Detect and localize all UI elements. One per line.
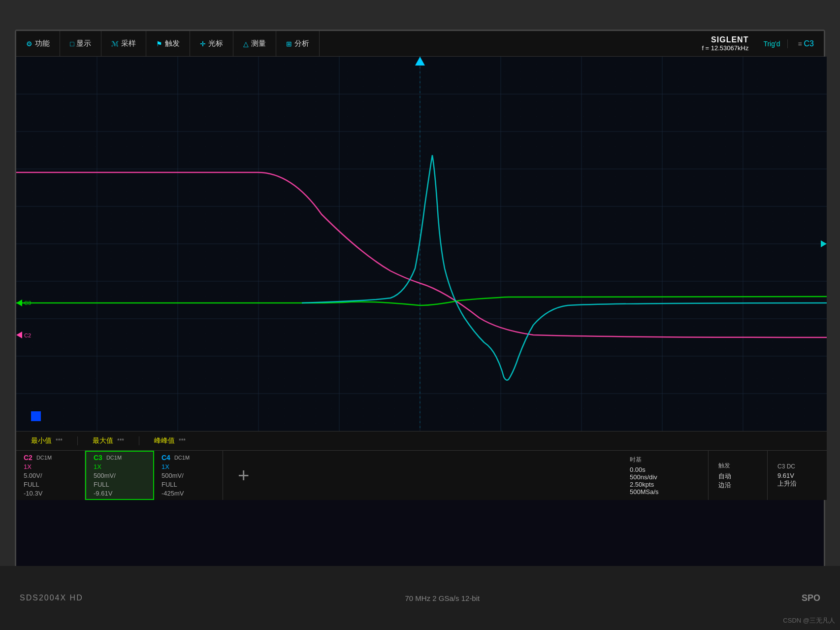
c3-offset: -9.61V [94,490,146,497]
trigger-type: 边沿 [718,481,757,490]
c3-coupling: DC1M [106,455,122,461]
menu-label-function: 功能 [35,39,50,48]
menu-label-analyze: 分析 [294,39,309,48]
channel-indicator-square [31,411,41,421]
channel-c4-block[interactable]: C4 DC1M 1X 500mV/ FULL -425mV [154,451,223,500]
min-dots: *** [56,437,63,444]
channel-c2-block[interactable]: C2 DC1M 1X 5.00V/ FULL -10.3V [16,451,85,500]
max-dots: *** [117,437,124,444]
oscilloscope-display: C3 C2 [16,57,827,431]
trigger-mode: 自动 [718,472,757,481]
c3-name: C3 [94,454,102,462]
c4-probe: 1X [162,463,215,470]
sample-icon: ℳ [111,40,119,48]
channel-c3-block[interactable]: C3 DC1M 1X 500mV/ FULL -9.61V [85,451,154,500]
trigger-level-block: C3 DC 9.61V 上升沿 [768,451,827,500]
channel-bar: C2 DC1M 1X 5.00V/ FULL -10.3V C3 DC1M 1X… [16,451,827,500]
c2-mode: FULL [24,481,77,488]
menu-label-display: 显示 [76,39,91,48]
trigger-icon: ⚑ [156,40,162,48]
trig-status: Trig'd [756,40,787,48]
max-value-section: 最大值 *** [78,436,139,445]
c4-scale: 500mV/ [162,472,215,479]
c2-coupling: DC1M [36,455,52,461]
max-label: 最大值 [93,436,113,445]
timebase-block: 时基 0.00s 500ns/div 2.50kpts 500MSa/s [620,451,709,500]
c4-mode: FULL [162,481,215,488]
menu-item-function[interactable]: ⚙ 功能 [16,31,60,56]
menu-label-measure: 测量 [251,39,266,48]
device-specs: 70 MHz 2 GSa/s 12-bit [405,594,480,602]
oscilloscope-screen: ⚙ 功能 □ 显示 ℳ 采样 ⚑ 触发 ✛ 光标 △ 测量 [15,30,825,571]
measure-icon: △ [243,40,249,48]
svg-text:C2: C2 [24,332,31,338]
brand-section: SIGLENT f = 12.53067kHz [694,35,756,52]
cursor-icon: ✛ [200,40,206,48]
menu-item-trigger[interactable]: ⚑ 触发 [146,31,190,56]
channel-name: C3 [804,39,814,48]
frequency-display: f = 12.53067kHz [702,44,748,52]
function-icon: ⚙ [26,40,32,48]
trigger-edge: 上升沿 [777,479,817,488]
sample-rate: 500MSa/s [630,488,698,496]
peak-dots: *** [179,437,186,444]
min-value-section: 最小值 *** [16,436,78,445]
menu-item-sample[interactable]: ℳ 采样 [101,31,146,56]
c3-probe: 1X [94,463,146,470]
brand-name: SIGLENT [711,35,748,44]
add-channel-button[interactable]: + [223,464,264,487]
c4-offset: -425mV [162,490,215,497]
menu-item-analyze[interactable]: ⊞ 分析 [276,31,320,56]
peak-label: 峰峰值 [154,436,175,445]
device-bottom-bar: SDS2004X HD 70 MHz 2 GSa/s 12-bit SPO [0,566,840,630]
min-label: 最小值 [31,436,52,445]
c4-coupling: DC1M [174,455,190,461]
c2-offset: -10.3V [24,490,77,497]
menu-item-display[interactable]: □ 显示 [60,31,101,56]
trigger-section-label: 触发 [718,462,757,470]
c2-name: C2 [24,454,32,462]
c3-mode: FULL [94,481,146,488]
menu-label-trigger: 触发 [165,39,180,48]
device-brand: SPO [802,593,820,603]
active-channel-label: ≡ C3 [787,39,824,48]
sample-pts: 2.50kpts [630,481,698,488]
trigger-mode-block: 触发 自动 边沿 [709,451,768,500]
analyze-icon: ⊞ [286,40,292,48]
time-position: 0.00s [630,466,698,473]
watermark: CSDN @三无凡人 [783,616,835,625]
device-frame: ⚙ 功能 □ 显示 ℳ 采样 ⚑ 触发 ✛ 光标 △ 测量 [0,0,840,630]
menu-item-cursor[interactable]: ✛ 光标 [190,31,233,56]
c3-scale: 500mV/ [94,472,146,479]
menu-bar: ⚙ 功能 □ 显示 ℳ 采样 ⚑ 触发 ✛ 光标 △ 测量 [16,31,824,57]
menu-label-cursor: 光标 [208,39,223,48]
grid-area: C3 C2 [16,57,827,431]
measurement-bar: 最小值 *** 最大值 *** 峰峰值 *** [16,431,827,451]
c4-name: C4 [162,454,170,462]
trigger-channel-label: C3 DC [777,463,817,470]
svg-text:C3: C3 [24,300,31,306]
display-icon: □ [70,40,74,48]
trigger-voltage: 9.61V [777,472,817,479]
menu-label-sample: 采样 [121,39,136,48]
c2-scale: 5.00V/ [24,472,77,479]
peak-value-section: 峰峰值 *** [139,436,200,445]
c2-probe: 1X [24,463,77,470]
menu-item-measure[interactable]: △ 测量 [233,31,276,56]
time-div: 500ns/div [630,473,698,481]
device-model: SDS2004X HD [20,594,83,602]
